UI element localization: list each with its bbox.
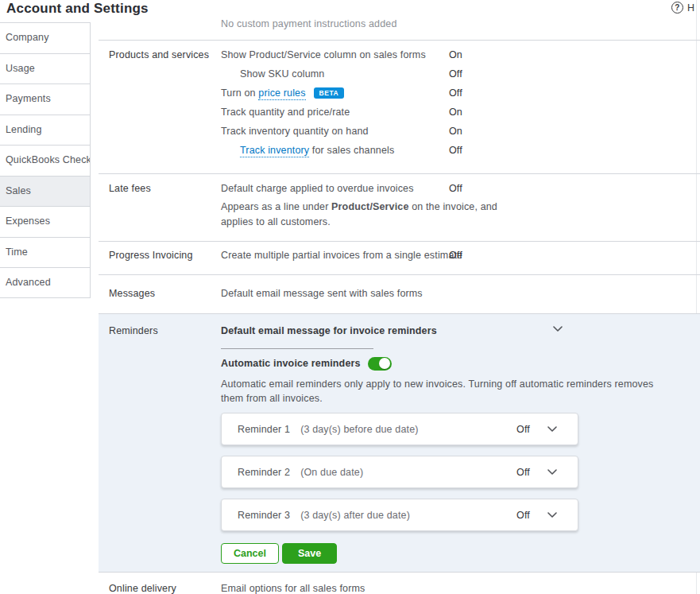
reminder-status: Off xyxy=(516,510,530,521)
automatic-reminders-label: Automatic invoice reminders xyxy=(221,358,361,369)
reminder-3-card[interactable]: Reminder 3 (3 day(s) after due date) Off xyxy=(221,499,578,531)
setting-status: Off xyxy=(449,145,700,156)
setting-status: Off xyxy=(449,87,700,99)
toggle-knob xyxy=(379,358,390,369)
reminder-1-card[interactable]: Reminder 1 (3 day(s) before due date) Of… xyxy=(221,413,578,445)
sidebar-item-lending[interactable]: Lending xyxy=(0,115,90,146)
section-title-progress-invoicing: Progress Invoicing xyxy=(109,246,193,265)
reminder-detail: (On due date) xyxy=(300,467,516,478)
reminder-detail: (3 day(s) before due date) xyxy=(300,424,516,435)
products-settings-rows: Show Product/Service column on sales for… xyxy=(221,45,700,160)
setting-status: Off xyxy=(449,250,700,261)
reminder-name: Reminder 1 xyxy=(238,424,290,435)
setting-label: Create multiple partial invoices from a … xyxy=(221,250,449,261)
setting-label: Show SKU column xyxy=(221,68,449,80)
sidebar-item-sales[interactable]: Sales xyxy=(0,176,90,207)
reminder-detail: (3 day(s) after due date) xyxy=(300,510,516,521)
chevron-down-icon[interactable] xyxy=(547,469,557,476)
sidebar-item-company[interactable]: Company xyxy=(0,22,90,53)
settings-sidebar: Company Usage Payments Lending QuickBook… xyxy=(0,22,91,298)
sidebar-item-expenses[interactable]: Expenses xyxy=(0,206,90,237)
setting-row: Show Product/Service column on sales for… xyxy=(221,45,700,64)
save-button[interactable]: Save xyxy=(282,543,337,564)
setting-label: Track inventory for sales channels xyxy=(221,145,449,156)
setting-status: On xyxy=(449,107,700,118)
section-divider xyxy=(99,40,700,41)
progress-invoicing-rows: Create multiple partial invoices from a … xyxy=(221,246,700,265)
section-title-products-and-services: Products and services xyxy=(109,45,209,64)
form-actions: Cancel Save xyxy=(221,543,337,564)
late-fees-note: Appears as a line under Product/Service … xyxy=(221,200,509,229)
setting-row: Create multiple partial invoices from a … xyxy=(221,246,700,265)
beta-badge: BETA xyxy=(314,87,345,99)
setting-row: Track inventory for sales channels Off xyxy=(221,141,700,160)
setting-label: Default charge applied to overdue invoic… xyxy=(221,183,449,194)
setting-row: Email options for all sales forms xyxy=(221,579,700,594)
reminder-name: Reminder 2 xyxy=(238,467,290,478)
automatic-reminders-description: Automatic email reminders only apply to … xyxy=(221,378,678,406)
setting-label: Track quantity and price/rate xyxy=(221,107,449,118)
messages-rows: Default email message sent with sales fo… xyxy=(221,284,700,303)
reminder-status: Off xyxy=(516,467,530,478)
chevron-down-icon[interactable] xyxy=(547,426,557,433)
automatic-reminders-toggle[interactable] xyxy=(368,357,392,371)
late-fees-rows: Default charge applied to overdue invoic… xyxy=(221,179,700,198)
setting-label: Email options for all sales forms xyxy=(221,583,449,594)
sidebar-item-quickbooks-checking[interactable]: QuickBooks Checking xyxy=(0,145,90,176)
setting-row: Track inventory quantity on hand On xyxy=(221,122,700,141)
setting-label: Track inventory quantity on hand xyxy=(221,126,449,137)
online-delivery-rows: Email options for all sales forms xyxy=(221,579,700,594)
chevron-down-icon[interactable] xyxy=(547,512,557,518)
section-divider xyxy=(99,274,700,275)
setting-status: On xyxy=(449,126,700,137)
setting-row: Turn on price rulesBETA Off xyxy=(221,83,700,103)
reminders-section: Reminders Default email message for invo… xyxy=(99,313,700,573)
reminder-2-card[interactable]: Reminder 2 (On due date) Off xyxy=(221,456,578,488)
reminder-status: Off xyxy=(516,424,530,435)
setting-label: Default email message sent with sales fo… xyxy=(221,288,449,299)
settings-main-panel: No custom payment instructions added Pro… xyxy=(99,0,700,594)
setting-status: Off xyxy=(449,68,700,80)
setting-row: Default email message sent with sales fo… xyxy=(221,284,700,303)
setting-row: Show SKU column Off xyxy=(221,64,700,83)
section-title-reminders: Reminders xyxy=(109,321,158,340)
track-inventory-link[interactable]: Track inventory xyxy=(240,145,309,157)
section-divider xyxy=(99,173,700,174)
setting-status: Off xyxy=(449,183,700,194)
section-title-online-delivery: Online delivery xyxy=(109,579,176,594)
setting-label: Show Product/Service column on sales for… xyxy=(221,49,449,60)
chevron-down-icon[interactable] xyxy=(553,326,563,332)
cancel-button[interactable]: Cancel xyxy=(221,543,279,564)
divider xyxy=(221,348,373,349)
sidebar-item-payments[interactable]: Payments xyxy=(0,83,90,115)
sidebar-item-time[interactable]: Time xyxy=(0,237,90,268)
sidebar-item-advanced[interactable]: Advanced xyxy=(0,267,90,298)
sidebar-item-usage[interactable]: Usage xyxy=(0,53,90,84)
custom-payment-instructions-note: No custom payment instructions added xyxy=(221,14,396,33)
invoice-reminders-expander-label: Default email message for invoice remind… xyxy=(221,321,437,340)
section-title-late-fees: Late fees xyxy=(109,179,151,198)
section-title-messages: Messages xyxy=(109,284,155,303)
section-divider xyxy=(99,241,700,242)
setting-status: On xyxy=(449,49,700,60)
setting-row: Track quantity and price/rate On xyxy=(221,103,700,122)
automatic-reminders-toggle-row: Automatic invoice reminders xyxy=(221,354,392,373)
reminder-name: Reminder 3 xyxy=(238,510,290,521)
price-rules-link[interactable]: price rules xyxy=(258,87,305,100)
setting-label: Turn on price rulesBETA xyxy=(221,87,449,99)
setting-row: Default charge applied to overdue invoic… xyxy=(221,179,700,198)
